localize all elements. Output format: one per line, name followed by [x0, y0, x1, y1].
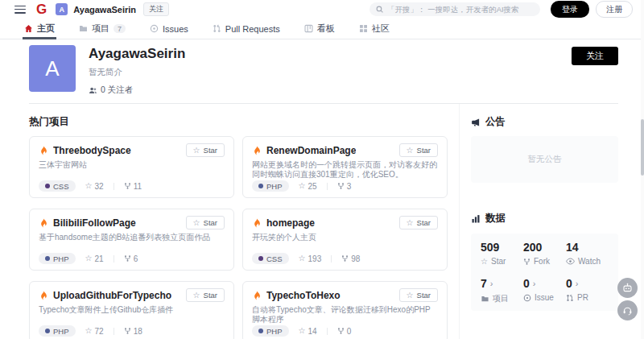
follow-button[interactable]: 关注: [572, 47, 618, 65]
tab-home[interactable]: 主页: [23, 19, 56, 39]
gitee-logo[interactable]: G: [36, 2, 47, 16]
star-count[interactable]: ☆ 21: [85, 254, 104, 263]
count-divider: [114, 255, 114, 263]
register-button[interactable]: 注册: [596, 1, 633, 18]
profile-tabbar: 主页 项目 7 Issues Pull Requests: [0, 19, 644, 39]
language-badge: PHP: [39, 253, 76, 264]
stats-section: 数据 509 ☆ Star 200: [471, 212, 618, 311]
project-description: 网站更换域名时的一个跳转提示页面，对访客友好的同时蜘蛛访问直接301重定向，优化…: [252, 160, 438, 179]
tab-projects[interactable]: 项目 7: [77, 19, 127, 39]
tab-issues-label: Issues: [163, 24, 188, 34]
content-area: 热门项目 ThreebodySpace ☆ Star 三体宇宙网站: [0, 104, 644, 339]
project-name-link[interactable]: homepage: [266, 217, 315, 229]
project-name-link[interactable]: UploadGithubForTypecho: [53, 290, 171, 301]
stat-projects[interactable]: 7 › 项目: [481, 277, 523, 304]
fork-count[interactable]: 6: [124, 254, 138, 263]
tab-projects-label: 项目: [92, 23, 109, 35]
star-button[interactable]: ☆ Star: [186, 143, 225, 157]
followers-row[interactable]: 0 关注者: [89, 85, 185, 96]
star-count[interactable]: ☆ 25: [299, 182, 317, 191]
language-name: CSS: [266, 254, 283, 263]
project-card[interactable]: homepage ☆ Star 开玩笑的个人主页 CSS ☆: [242, 209, 448, 271]
star-icon: ☆: [193, 147, 200, 155]
username-label[interactable]: AyagawaSeirin: [73, 5, 136, 14]
avatar[interactable]: A: [56, 3, 68, 15]
project-card[interactable]: RenewDomainPage ☆ Star 网站更换域名时的一个跳转提示页面，…: [242, 136, 448, 198]
tab-board[interactable]: 看板: [303, 19, 336, 39]
project-card[interactable]: UploadGithubForTypecho ☆ Star Typecho文章附…: [29, 281, 234, 339]
scrollbar-thumb[interactable]: [641, 119, 644, 176]
stat-issues[interactable]: 0 › Issue: [523, 277, 566, 304]
project-card[interactable]: ThreebodySpace ☆ Star 三体宇宙网站 CSS: [29, 136, 234, 198]
project-name-link[interactable]: ThreebodySpace: [53, 145, 131, 156]
customer-service-button[interactable]: [617, 300, 638, 320]
fork-count-value: 6: [134, 254, 138, 263]
hamburger-menu-icon[interactable]: [14, 6, 26, 14]
project-card[interactable]: BilibiliFollowPage ☆ Star 基于handsome主题的B…: [29, 209, 234, 271]
tab-pull-requests[interactable]: Pull Requests: [211, 19, 282, 39]
star-button[interactable]: ☆ Star: [399, 216, 438, 229]
project-description: 基于handsome主题的B站追番列表独立页面作品: [39, 233, 225, 251]
login-button[interactable]: 登录: [551, 1, 589, 18]
project-name-link[interactable]: RenewDomainPage: [266, 145, 356, 156]
language-badge: CSS: [39, 180, 76, 192]
fork-count[interactable]: 3: [337, 182, 352, 191]
profile-avatar[interactable]: A: [29, 45, 76, 92]
star-button[interactable]: ☆ Star: [186, 288, 225, 302]
star-count[interactable]: ☆ 14: [299, 327, 317, 336]
fork-icon: [523, 258, 530, 266]
fork-count[interactable]: 0: [337, 327, 352, 336]
tab-issues[interactable]: Issues: [148, 19, 190, 39]
home-icon: [24, 24, 33, 33]
star-button[interactable]: ☆ Star: [399, 288, 438, 302]
language-name: PHP: [266, 327, 283, 336]
announcement-title: 公告: [485, 115, 506, 129]
project-name-link[interactable]: TypechoToHexo: [266, 290, 341, 301]
gitee-profile-page: G A AyagawaSeirin 关注 登录 注册 主页: [0, 0, 644, 339]
profile-name: AyagawaSeirin: [89, 46, 185, 62]
fork-icon: [124, 182, 131, 190]
stat-prs[interactable]: 0 › PR: [566, 277, 609, 304]
follow-chip[interactable]: 关注: [143, 2, 169, 16]
star-button[interactable]: ☆ Star: [186, 216, 225, 229]
star-button-label: Star: [204, 218, 217, 227]
stat-issues-value: 0: [523, 277, 530, 290]
pull-request-icon: [566, 294, 574, 302]
language-dot-icon: [45, 329, 50, 333]
count-divider: [327, 328, 328, 335]
right-sidebar: 公告 暂无公告 数据 509: [459, 104, 618, 339]
star-count[interactable]: ☆ 32: [85, 182, 104, 191]
search-input[interactable]: [387, 5, 534, 14]
tab-community[interactable]: 社区: [357, 19, 391, 39]
stat-watch: 14 Watch: [566, 241, 609, 266]
search-icon: [376, 6, 383, 13]
fork-count[interactable]: 98: [341, 254, 360, 263]
star-button-label: Star: [204, 291, 217, 300]
flame-icon: [39, 218, 48, 228]
star-count-value: 21: [95, 254, 104, 263]
fork-count[interactable]: 18: [124, 327, 142, 336]
stats-title: 数据: [485, 212, 506, 225]
project-name-link[interactable]: BilibiliFollowPage: [53, 217, 136, 229]
star-icon: ☆: [299, 182, 306, 190]
star-icon: ☆: [85, 327, 93, 335]
language-dot-icon: [258, 329, 263, 333]
star-button-label: Star: [417, 218, 431, 227]
language-badge: PHP: [252, 325, 289, 337]
project-card[interactable]: TypechoToHexo ☆ Star 自动将Typecho文章、评论数据迁移…: [242, 281, 448, 339]
count-divider: [331, 255, 332, 263]
search-box[interactable]: [369, 2, 540, 16]
flame-icon: [252, 146, 262, 155]
popular-projects-title: 热门项目: [29, 115, 448, 129]
ai-assistant-button[interactable]: [617, 278, 638, 298]
star-button[interactable]: ☆ Star: [399, 143, 438, 157]
star-count[interactable]: ☆ 72: [85, 327, 104, 336]
fork-count-value: 3: [347, 182, 352, 191]
star-count[interactable]: ☆ 193: [299, 254, 322, 263]
chevron-right-icon: ›: [533, 279, 536, 288]
profile-info: AyagawaSeirin 暂无简介 0 关注者: [89, 45, 185, 96]
star-icon: ☆: [407, 147, 414, 155]
stat-star: 509 ☆ Star: [481, 241, 523, 266]
fork-count[interactable]: 11: [124, 182, 142, 191]
project-description: Typecho文章附件上传Github仓库插件: [39, 305, 225, 324]
